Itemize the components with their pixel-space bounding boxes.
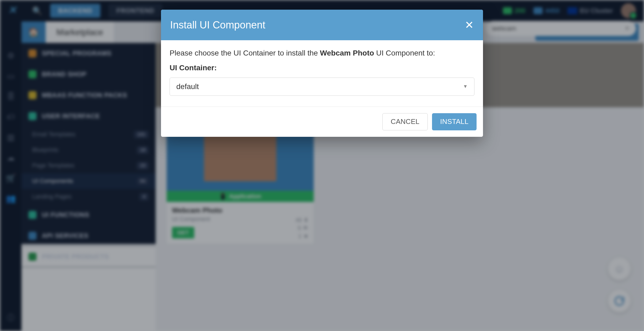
modal-description: Please choose the UI Container to instal…	[170, 47, 474, 59]
field-label: UI Container:	[170, 62, 474, 73]
modal-body-pre: Please choose the UI Container to instal…	[170, 49, 320, 57]
modal-title: Install UI Component	[170, 19, 265, 31]
select-value: default	[176, 81, 199, 92]
modal-body: Please choose the UI Container to instal…	[161, 40, 483, 106]
modal-header: Install UI Component ✕	[161, 10, 483, 40]
install-modal: Install UI Component ✕ Please choose the…	[161, 10, 483, 137]
ui-container-select[interactable]: default ▼	[170, 78, 474, 96]
modal-body-component: Webcam Photo	[320, 49, 374, 57]
chevron-down-icon: ▼	[463, 83, 468, 90]
cancel-button[interactable]: CANCEL	[382, 113, 428, 130]
install-button[interactable]: INSTALL	[432, 113, 477, 130]
modal-body-post: UI Component to:	[374, 49, 435, 57]
modal-footer: CANCEL INSTALL	[161, 106, 483, 137]
close-icon[interactable]: ✕	[465, 19, 474, 31]
